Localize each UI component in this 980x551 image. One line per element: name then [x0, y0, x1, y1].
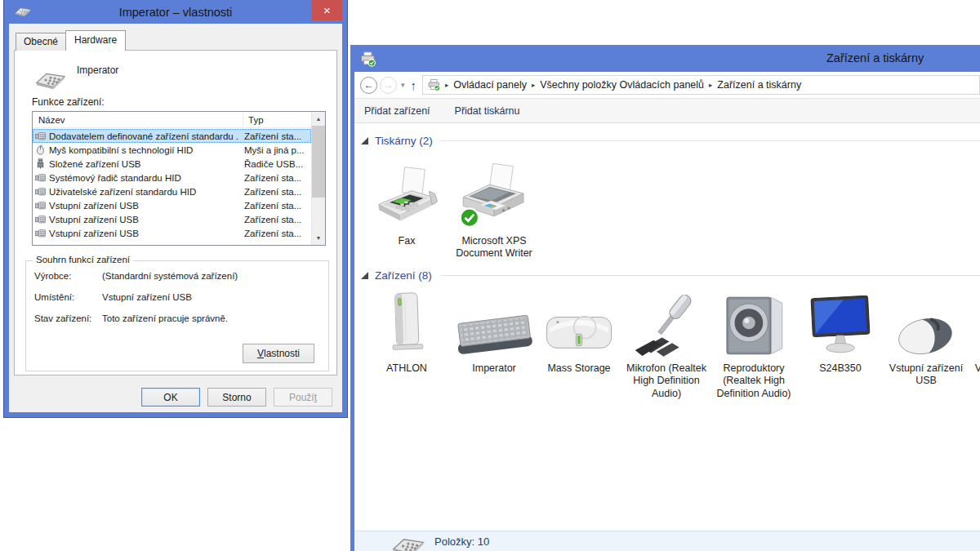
hid-device-icon	[35, 186, 46, 197]
breadcrumb: ▸Ovládací panely▸Všechny položky Ovládac…	[443, 78, 804, 92]
cell-type: Zařízení sta...	[238, 187, 301, 197]
group-rule	[441, 140, 980, 141]
ok-button[interactable]: OK	[141, 388, 200, 407]
cell-type: Zařízení sta...	[238, 173, 301, 183]
mouse-icon	[882, 282, 970, 358]
field-value: Vstupní zařízení USB	[102, 292, 192, 313]
device-item-vstupni-zarizeni-usb[interactable]: Vstupní zařízení USB	[968, 282, 980, 388]
summary-field: Umístění:Vstupní zařízení USB	[34, 292, 328, 313]
group-label: Tiskárny (2)	[375, 135, 433, 147]
hid-device-icon	[35, 172, 46, 183]
table-row[interactable]: Vstupní zařízení USBZařízení sta...	[33, 226, 311, 240]
device-item-imperator[interactable]: Imperator	[450, 282, 538, 375]
scrollbar[interactable]: ▲ ▼	[311, 112, 325, 245]
address-bar[interactable]: ▸Ovládací panely▸Všechny položky Ovládac…	[422, 75, 980, 95]
pridat-zarizeni-button[interactable]: Přidat zařízení	[364, 105, 430, 117]
scroll-down-icon[interactable]: ▼	[312, 231, 325, 245]
scroll-thumb[interactable]	[312, 126, 325, 198]
item-label: S24B350	[796, 362, 884, 375]
cell-type: Řadiče USB...	[238, 159, 303, 169]
monitor-icon	[796, 282, 884, 358]
properties-button[interactable]: Vlastnosti	[243, 344, 314, 363]
pridat-tiskarnu-button[interactable]: Přidat tiskárnu	[455, 105, 520, 117]
cell-type: Zařízení sta...	[238, 229, 301, 238]
table-row[interactable]: Složené zařízení USBŘadiče USB...	[33, 157, 311, 171]
device-item-mikrofon-realtek-high-definition-audio[interactable]: Mikrofon (Realtek High Definition Audio)	[622, 282, 710, 400]
tab-strip: ObecnéHardware	[16, 33, 125, 51]
chevron-down-icon[interactable]: ▾	[401, 81, 405, 89]
item-label: Vstupní zařízení USB	[968, 362, 980, 388]
device-item-fax[interactable]: Fax	[363, 159, 451, 247]
devices-printers-icon	[359, 51, 376, 67]
table-row[interactable]: Uživatelské zařízení standardu HIDZaříze…	[33, 184, 311, 198]
table-row[interactable]: Vstupní zařízení USBZařízení sta...	[33, 198, 311, 212]
close-icon[interactable]: ×	[312, 0, 342, 20]
device-functions-list: Název Typ Dodavatelem definované zařízen…	[32, 111, 326, 246]
tab-page-hardware: Imperator Funkce zařízení: Název Typ Dod…	[14, 50, 337, 375]
item-label: Reproduktory (Realtek High Definition Au…	[710, 362, 798, 400]
back-button[interactable]: ←	[360, 77, 377, 94]
table-row[interactable]: Dodavatelem definované zařízení standard…	[33, 129, 311, 143]
scroll-up-icon[interactable]: ▲	[312, 112, 325, 126]
collapse-triangle-icon	[361, 137, 368, 144]
tab-obecne[interactable]: Obecné	[16, 33, 66, 51]
navigation-bar: ← → ▾ ↑ ▸Ovládací panely▸Všechny položky…	[354, 72, 980, 99]
hid-device-icon	[35, 228, 46, 238]
speaker-icon	[710, 282, 798, 358]
collapse-triangle-icon	[361, 272, 368, 279]
device-item-mass-storage[interactable]: Mass Storage	[535, 282, 623, 375]
hid-device-icon	[35, 214, 46, 224]
field-value: (Standardní systémová zařízení)	[102, 271, 238, 292]
hid-device-icon	[35, 131, 46, 141]
external-drive-icon	[535, 282, 623, 358]
cell-name: Uživatelské zařízení standardu HID	[49, 187, 196, 197]
item-label: Vstupní zařízení USB	[882, 362, 970, 388]
device-item-reproduktory-realtek-high-definition-audio[interactable]: Reproduktory (Realtek High Definition Au…	[710, 282, 798, 400]
tab-hardware[interactable]: Hardware	[65, 30, 126, 51]
mouse-icon	[968, 282, 980, 358]
item-label: Mikrofon (Realtek High Definition Audio)	[622, 362, 710, 400]
cell-name: Vstupní zařízení USB	[49, 215, 139, 224]
mouse-icon	[35, 144, 46, 155]
item-label: Microsoft XPS Document Writer	[450, 235, 538, 260]
up-button[interactable]: ↑	[411, 78, 417, 92]
apply-button[interactable]: Použít	[274, 388, 332, 407]
table-row[interactable]: Vstupní zařízení USBZařízení sta...	[33, 212, 311, 226]
field-label: Umístění:	[34, 292, 102, 313]
breadcrumb-separator-icon: ▸	[707, 81, 714, 89]
command-toolbar: Přidat zařízeníPřidat tiskárnu	[354, 99, 980, 123]
cell-name: Vstupní zařízení USB	[49, 229, 139, 238]
table-row[interactable]: Myš kompatibilní s technologií HIDMyši a…	[33, 143, 311, 157]
cell-type: Myši a jiná p...	[238, 145, 305, 155]
breadcrumb-item-vsechny-polozky-ovladacich-panelu[interactable]: Všechny položky Ovládacích panelů	[537, 78, 707, 92]
cancel-button[interactable]: Storno	[207, 388, 266, 407]
group-header-tiskarny-2[interactable]: Tiskárny (2)	[354, 135, 980, 147]
window-title: Zařízení a tiskárny	[826, 51, 924, 64]
cell-name: Systémový řadič standardu HID	[49, 173, 181, 183]
item-label: Imperator	[450, 362, 538, 375]
cell-name: Myš kompatibilní s technologií HID	[49, 145, 193, 155]
dialog-titlebar[interactable]: Imperator – vlastnosti ×	[4, 0, 347, 24]
device-item-athlon[interactable]: ATHLON	[363, 282, 451, 375]
forward-button[interactable]: →	[380, 77, 397, 94]
device-item-vstupni-zarizeni-usb[interactable]: Vstupní zařízení USB	[882, 282, 970, 388]
cell-type: Zařízení sta...	[238, 215, 301, 224]
breadcrumb-item-ovladaci-panely[interactable]: Ovládací panely	[450, 78, 530, 92]
dialog-body: ObecnéHardware Imperator Funkce zařízení…	[9, 24, 342, 412]
group-rule	[440, 275, 980, 276]
column-header-name[interactable]: Název	[33, 112, 243, 127]
device-summary-groupbox: Souhrn funkcí zařízení Výrobce:(Standard…	[25, 260, 329, 371]
explorer-titlebar[interactable]: Zařízení a tiskárny	[354, 45, 980, 72]
cell-type: Zařízení sta...	[238, 131, 301, 141]
device-item-s24b350[interactable]: S24B350	[796, 282, 884, 375]
hid-device-icon	[35, 200, 46, 211]
keyboard-icon	[33, 70, 68, 90]
field-label: Výrobce:	[34, 271, 102, 292]
device-item-microsoft-xps-document-writer[interactable]: Microsoft XPS Document Writer	[450, 159, 538, 260]
group-header-zarizeni-8[interactable]: Zařízení (8)	[354, 269, 980, 282]
xps-printer-icon	[450, 159, 538, 231]
table-row[interactable]: Systémový řadič standardu HIDZařízení st…	[33, 171, 311, 184]
content-area: Tiskárny (2)FaxMicrosoft XPS Document Wr…	[354, 123, 980, 531]
breadcrumb-item-zarizeni-a-tiskarny[interactable]: Zařízení a tiskárny	[714, 78, 804, 92]
item-label: Fax	[363, 235, 451, 247]
